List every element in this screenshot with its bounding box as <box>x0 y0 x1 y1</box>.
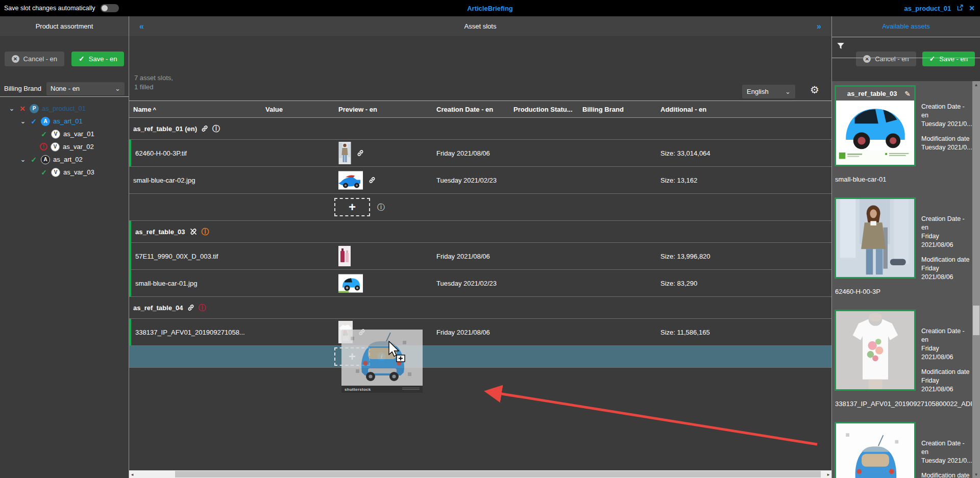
info-icon[interactable]: ⓘ <box>377 203 385 212</box>
preview-thumbnail[interactable] <box>338 142 351 164</box>
asset-meta: Creation Date - en Friday 2021/08/06 Mod… <box>921 215 972 282</box>
creation-date-label: Creation Date - en <box>921 327 972 344</box>
creation-date-value: Tuesday 2021/0... <box>921 120 972 129</box>
billing-brand-value: None - en <box>51 85 80 92</box>
table-row[interactable]: as_ref_table_03 ⓘ <box>129 221 831 243</box>
filter-icon[interactable] <box>836 41 845 52</box>
asset-thumbnail[interactable] <box>835 197 916 279</box>
column-header-additional[interactable]: Additional - en <box>656 106 831 113</box>
chevron-down-icon[interactable]: ⌄ <box>19 117 27 125</box>
save-button[interactable]: ✓ Save - en <box>71 52 124 66</box>
chevron-down-icon[interactable]: ⌄ <box>19 156 27 163</box>
panel-title: Asset slots <box>464 22 497 30</box>
asset-thumbnail[interactable]: as_ref_table_03 ✎ <box>835 85 916 166</box>
slots-count: 7 asset slots, <box>134 73 173 83</box>
table-row-drop-target[interactable]: + i <box>129 346 831 368</box>
slot-group-name: as_ref_table_01 (en) <box>133 125 197 133</box>
collapse-left-icon[interactable]: « <box>139 22 144 31</box>
asset-card: Creation Date - en Tuesday 2021/0... Mod… <box>832 418 972 478</box>
pencil-icon[interactable]: ✎ <box>904 90 911 98</box>
modification-date-label: Modification date <box>921 256 972 264</box>
scroll-right-icon[interactable]: ▸ <box>825 470 831 478</box>
cancel-button[interactable]: ✕ Cancel - en <box>5 52 64 66</box>
horizontal-scrollbar[interactable]: ◂ ▸ <box>129 470 831 478</box>
asset-slot-name: as_ref_table_03 <box>840 90 904 97</box>
autosave-toggle[interactable] <box>101 4 119 12</box>
close-icon[interactable]: ✕ <box>969 4 975 12</box>
horizontal-scrollbar-thumb[interactable] <box>175 471 821 477</box>
add-asset-dropzone[interactable]: + <box>334 198 370 216</box>
table-row[interactable]: small-blue-car-02.jpg Tuesday 2021/02/23… <box>129 167 831 194</box>
tree-item-as-art-02[interactable]: ⌄ ✓ A as_art_02 <box>0 153 129 166</box>
asset-filename: small-blue-car-01 <box>835 175 886 183</box>
tree-item-label: as_art_02 <box>53 156 83 163</box>
column-header-billing-brand[interactable]: Billing Brand <box>578 106 656 113</box>
tree-item-as-var-03[interactable]: ✓ V as_var_03 <box>0 166 129 179</box>
table-row[interactable]: 338137_IP_AFV01_201909271058... Friday 2… <box>129 319 831 346</box>
current-product-name: as_product_01 <box>904 5 951 12</box>
open-external-icon[interactable] <box>956 4 964 13</box>
creation-date: Friday 2021/08/06 <box>432 149 509 157</box>
info-icon[interactable]: ⓘ <box>212 124 220 134</box>
tree-item-as-art-01[interactable]: ⌄ ✓ A as_art_01 <box>0 115 129 128</box>
table-row[interactable]: as_ref_table_04 ⓘ <box>129 297 831 319</box>
asset-thumbnail[interactable] <box>835 422 916 478</box>
asset-card: as_ref_table_03 ✎ Creation Date - en Tue… <box>832 81 972 193</box>
column-header-value[interactable]: Value <box>261 106 334 113</box>
asset-meta: Creation Date - en Friday 2021/08/06 Mod… <box>921 327 972 394</box>
table-row[interactable]: as_ref_table_01 (en) ⓘ <box>129 118 831 140</box>
warning-info-icon[interactable]: ⓘ <box>202 227 209 237</box>
modification-date-label: Modification date <box>921 135 972 143</box>
preview-thumbnail[interactable] <box>338 246 351 266</box>
asset-card: Creation Date - en Friday 2021/08/06 Mod… <box>832 306 972 418</box>
modification-date-value: Friday 2021/08/06 <box>921 264 972 282</box>
scroll-left-icon[interactable]: ◂ <box>129 470 135 478</box>
dragged-asset-image <box>341 330 423 386</box>
product-assortment-header: Product assortment <box>0 16 129 37</box>
error-info-icon[interactable]: ⓘ <box>199 303 206 313</box>
asset-card-overlay: as_ref_table_03 ✎ <box>836 87 914 100</box>
tree-item-as-var-01[interactable]: ✓ V as_var_01 <box>0 128 129 140</box>
check-icon: ✓ <box>30 117 38 125</box>
variant-type-icon: V <box>51 168 60 177</box>
tree-item-as-var-02[interactable]: ! V as_var_02 <box>0 140 129 153</box>
variant-type-icon: V <box>51 142 60 152</box>
table-row[interactable]: small-blue-car-01.jpg Tuesday 2021/02/23… <box>129 270 831 297</box>
drag-ghost-asset: shutterstock <box>341 330 423 393</box>
column-header-name[interactable]: Name^ <box>129 106 261 113</box>
asset-thumbnail[interactable] <box>835 310 916 391</box>
panel-title: Product assortment <box>36 22 93 30</box>
creation-date: Tuesday 2021/02/23 <box>432 280 509 287</box>
asset-meta: Creation Date - en Tuesday 2021/0... Mod… <box>921 103 972 152</box>
cancel-label: Cancel - en <box>23 55 57 63</box>
warning-icon: ! <box>40 143 47 150</box>
asset-name: small-blue-car-02.jpg <box>129 177 261 184</box>
watermark-fineprint <box>402 388 420 391</box>
chevron-down-icon[interactable]: ⌄ <box>8 105 15 112</box>
vertical-scrollbar-thumb[interactable] <box>973 306 979 335</box>
preview-thumbnail[interactable] <box>338 274 363 293</box>
collapse-right-icon[interactable]: » <box>817 22 821 31</box>
available-assets-header: Available assets <box>832 16 980 37</box>
scroll-down-icon[interactable]: ▼ <box>972 471 980 478</box>
asset-card: Creation Date - en Friday 2021/08/06 Mod… <box>832 193 972 306</box>
table-row[interactable]: 62460-H-00-3P.tif Friday 2021/08/06 Size… <box>129 140 831 167</box>
creation-date-label: Creation Date - en <box>921 439 972 457</box>
check-icon: ✓ <box>30 156 38 164</box>
file-size: Size: 13,162 <box>656 177 831 184</box>
column-header-creation-date[interactable]: Creation Date - en <box>432 106 509 113</box>
tree-item-as-product-01[interactable]: ⌄ ✕ P as_product_01 <box>0 102 129 115</box>
preview-thumbnail[interactable] <box>338 171 363 190</box>
column-header-preview[interactable]: Preview - en <box>334 106 432 113</box>
modification-date-value: Tuesday 2021/0... <box>921 143 972 152</box>
billing-brand-select[interactable]: None - en ⌄ <box>46 82 125 95</box>
language-select[interactable]: English ⌄ <box>742 85 795 98</box>
plus-icon: + <box>349 202 356 212</box>
table-row[interactable]: 57E11_9990_00X_D_003.tif Friday 2021/08/… <box>129 243 831 270</box>
vertical-scrollbar[interactable]: ▲ ▼ <box>972 81 980 478</box>
modification-date-value: Friday 2021/08/06 <box>921 376 972 394</box>
gear-icon[interactable]: ⚙ <box>810 84 819 96</box>
column-header-production-status[interactable]: Production Statu... <box>509 106 578 113</box>
file-size: Size: 11,586,165 <box>656 329 831 336</box>
scroll-up-icon[interactable]: ▲ <box>972 81 980 88</box>
